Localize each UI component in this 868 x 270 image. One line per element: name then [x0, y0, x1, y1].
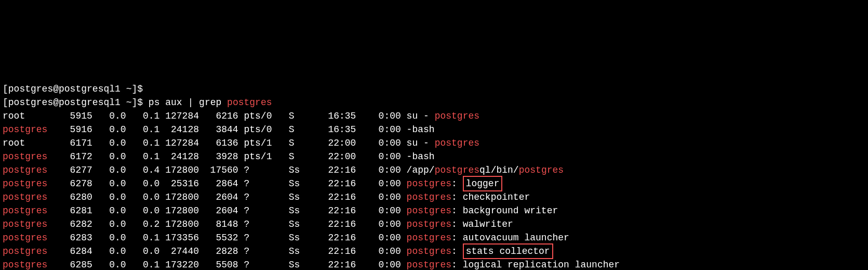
col-cpu: 0.0 — [92, 150, 126, 163]
prompt-text: [postgres@postgresql1 ~]$ — [3, 82, 143, 96]
col-cmd: postgres: logger — [407, 177, 503, 190]
col-rss: 3928 — [199, 150, 238, 163]
col-pid: 6284 — [53, 245, 92, 258]
col-rss: 17560 — [199, 163, 238, 177]
col-pid: 6281 — [53, 204, 92, 217]
col-pid: 6283 — [53, 231, 92, 245]
col-tty: ? — [244, 245, 272, 258]
col-start: 22:00 — [328, 136, 356, 150]
col-tty: ? — [244, 217, 272, 231]
col-time: 0:00 — [379, 258, 401, 270]
col-tty: pts/1 — [244, 150, 272, 163]
col-time: 0:00 — [379, 177, 401, 190]
col-cpu: 0.0 — [92, 258, 126, 270]
col-pid: 6171 — [53, 136, 92, 150]
col-stat: Ss — [289, 177, 317, 190]
col-stat: Ss — [289, 217, 317, 231]
grep-match: postgres — [227, 96, 272, 109]
col-rss: 2604 — [199, 190, 238, 204]
col-user: postgres — [3, 123, 53, 136]
col-pid: 6172 — [53, 150, 92, 163]
col-start: 22:00 — [328, 150, 356, 163]
col-user: postgres — [3, 258, 53, 270]
terminal[interactable]: { "prompt": { "text": "[postgres@postgre… — [0, 27, 868, 270]
col-stat: Ss — [289, 245, 317, 258]
col-cpu: 0.0 — [92, 177, 126, 190]
col-cpu: 0.0 — [92, 245, 126, 258]
highlight-box: stats collector — [463, 243, 553, 259]
col-time: 0:00 — [379, 150, 401, 163]
col-vsz: 173220 — [159, 258, 199, 270]
col-rss: 5532 — [199, 231, 238, 245]
col-tty: pts/1 — [244, 136, 272, 150]
col-start: 22:16 — [328, 163, 356, 177]
col-mem: 0.0 — [126, 245, 160, 258]
col-vsz: 172800 — [159, 190, 199, 204]
process-row: postgres61720.00.1241283928pts/1S22:000:… — [3, 150, 865, 163]
col-cmd: -bash — [407, 150, 435, 163]
col-pid: 6285 — [53, 258, 92, 270]
col-cpu: 0.0 — [92, 163, 126, 177]
col-user: postgres — [3, 217, 53, 231]
col-stat: S — [289, 136, 317, 150]
col-mem: 0.1 — [126, 123, 160, 136]
prompt-line: [postgres@postgresql1 ~]$ — [3, 82, 865, 96]
col-start: 22:16 — [328, 217, 356, 231]
col-user: root — [3, 109, 53, 123]
col-rss: 6216 — [199, 109, 238, 123]
process-row: root59150.00.11272846216pts/0S16:350:00s… — [3, 109, 865, 123]
col-time: 0:00 — [379, 231, 401, 245]
col-time: 0:00 — [379, 163, 401, 177]
col-pid: 6282 — [53, 217, 92, 231]
col-stat: Ss — [289, 190, 317, 204]
col-cpu: 0.0 — [92, 190, 126, 204]
col-cmd: postgres: walwriter — [407, 217, 513, 231]
col-stat: Ss — [289, 163, 317, 177]
col-mem: 0.1 — [126, 136, 160, 150]
col-stat: S — [289, 150, 317, 163]
col-vsz: 173356 — [159, 231, 199, 245]
col-cmd: postgres: stats collector — [407, 245, 553, 258]
col-vsz: 24128 — [159, 123, 199, 136]
col-cpu: 0.0 — [92, 217, 126, 231]
col-vsz: 25316 — [159, 177, 199, 190]
col-cmd: su - postgres — [407, 109, 479, 123]
col-start: 22:16 — [328, 231, 356, 245]
process-row: postgres62820.00.21728008148?Ss22:160:00… — [3, 217, 865, 231]
process-row: postgres59160.00.1241283844pts/0S16:350:… — [3, 123, 865, 136]
col-time: 0:00 — [379, 204, 401, 217]
col-stat: Ss — [289, 258, 317, 270]
process-row: postgres62830.00.11733565532?Ss22:160:00… — [3, 231, 865, 245]
col-mem: 0.0 — [126, 190, 160, 204]
col-time: 0:00 — [379, 245, 401, 258]
col-rss: 2604 — [199, 204, 238, 217]
col-user: postgres — [3, 150, 53, 163]
col-tty: pts/0 — [244, 123, 272, 136]
col-cmd: /app/postgresql/bin/postgres — [407, 163, 564, 177]
col-start: 16:35 — [328, 109, 356, 123]
col-vsz: 172800 — [159, 204, 199, 217]
col-cpu: 0.0 — [92, 231, 126, 245]
col-mem: 0.1 — [126, 231, 160, 245]
process-row: root61710.00.11272846136pts/1S22:000:00s… — [3, 136, 865, 150]
col-mem: 0.0 — [126, 177, 160, 190]
col-stat: Ss — [289, 231, 317, 245]
col-mem: 0.1 — [126, 150, 160, 163]
col-mem: 0.4 — [126, 163, 160, 177]
col-rss: 8148 — [199, 217, 238, 231]
col-time: 0:00 — [379, 190, 401, 204]
col-tty: pts/0 — [244, 109, 272, 123]
col-start: 22:16 — [328, 177, 356, 190]
col-vsz: 172800 — [159, 163, 199, 177]
col-start: 22:16 — [328, 258, 356, 270]
col-cmd: postgres: background writer — [407, 204, 558, 217]
col-pid: 6277 — [53, 163, 92, 177]
col-start: 22:16 — [328, 245, 356, 258]
prompt-text: [postgres@postgresql1 ~]$ — [3, 96, 143, 109]
col-mem: 0.1 — [126, 258, 160, 270]
col-user: postgres — [3, 190, 53, 204]
col-pid: 6280 — [53, 190, 92, 204]
col-user: postgres — [3, 231, 53, 245]
col-start: 22:16 — [328, 190, 356, 204]
process-row: postgres62810.00.01728002604?Ss22:160:00… — [3, 204, 865, 217]
